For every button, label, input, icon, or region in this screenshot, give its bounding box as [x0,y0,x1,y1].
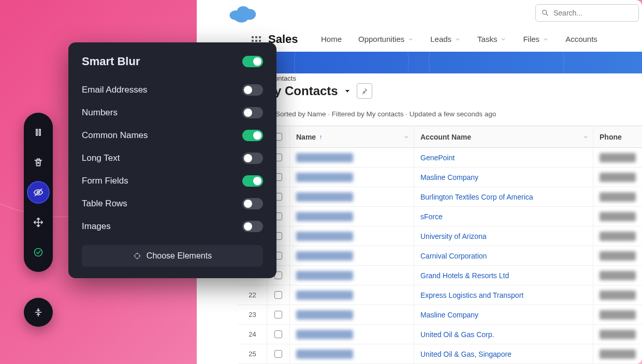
svg-rect-6 [36,129,38,135]
option-toggle[interactable] [242,130,263,141]
blurred-phone [600,251,636,261]
option-label: Table Rows [82,199,127,209]
row-checkbox[interactable] [274,350,282,358]
blur-option: Numbers [82,101,263,124]
blurred-phone [600,291,636,300]
choose-elements-label: Choose Elements [147,251,212,261]
row-number: 25 [238,344,267,363]
account-link[interactable]: GenePoint [420,148,455,167]
sort-ascending-icon: ↑ [319,133,322,141]
smart-blur-panel: Smart Blur Email AddressesNumbersCommon … [68,42,276,278]
tool-delete[interactable] [28,152,49,173]
account-link[interactable]: Masline Company [420,305,478,324]
option-toggle[interactable] [242,175,263,187]
option-toggle[interactable] [242,107,263,118]
blurred-name [296,251,353,261]
tool-pause[interactable] [28,122,49,143]
option-label: Images [82,221,111,232]
account-link[interactable]: Burlington Textiles Corp of America [420,187,533,206]
blurred-phone [600,232,636,241]
svg-point-3 [234,12,249,23]
tool-confirm[interactable] [28,242,49,263]
caret-down-icon[interactable] [343,87,352,95]
blurred-phone [600,192,636,202]
tool-blur[interactable] [28,182,49,203]
account-link[interactable]: United Oil & Gas, Singapore [420,344,512,363]
object-label: ontacts [274,74,372,82]
svg-line-5 [546,14,548,16]
blurred-phone [600,153,636,162]
table-row: 25United Oil & Gas, Singapore [238,344,642,364]
blurred-phone [600,330,636,339]
pin-icon [361,87,368,95]
row-checkbox[interactable] [274,311,282,318]
account-link[interactable]: Express Logistics and Transport [420,285,523,305]
blurred-name [296,212,353,221]
collapse-vertical-icon [33,307,43,317]
master-toggle[interactable] [242,56,263,67]
table-row: University of Arizona [238,226,642,246]
list-view-name[interactable]: y Contacts [274,84,338,98]
column-name[interactable]: Name ↑ [290,126,414,147]
option-toggle[interactable] [242,221,263,232]
account-link[interactable]: Grand Hotels & Resorts Ltd [420,266,509,285]
list-header: ontacts y Contacts [274,74,372,99]
option-label: Email Addresses [82,85,148,95]
blur-option: Email Addresses [82,79,263,101]
option-toggle[interactable] [242,153,263,164]
blur-option: Common Names [82,124,263,147]
capture-toolbar [24,113,53,272]
nav-accounts[interactable]: Accounts [565,35,597,43]
account-link[interactable]: sForce [420,207,443,226]
chevron-down-icon[interactable] [403,134,410,140]
blurred-phone [600,271,636,280]
choose-elements-button[interactable]: Choose Elements [82,245,263,267]
salesforce-cloud-icon [228,3,257,24]
list-meta: Sorted by Name · Filtered by My contacts… [275,110,496,118]
table-row: 22Express Logistics and Transport [238,285,642,305]
option-label: Common Names [82,130,148,141]
blur-option: Images [82,215,263,238]
header-band [232,52,642,73]
table-row: Grand Hotels & Resorts Ltd [238,266,642,285]
blurred-name [296,173,353,182]
table-row: 23Masline Company [238,305,642,325]
option-toggle[interactable] [242,198,263,209]
table-header: Name ↑ Account Name Phone [238,126,642,148]
table-row: Carnival Corporation [238,246,642,266]
table-row: GenePoint [238,148,642,168]
pin-button[interactable] [357,83,372,99]
tool-move[interactable] [28,212,49,233]
table-row: Burlington Textiles Corp of America [238,187,642,207]
column-phone[interactable]: Phone [593,126,642,147]
tool-collapse[interactable] [24,298,53,327]
account-link[interactable]: United Oil & Gas Corp. [420,325,494,344]
chevron-down-icon[interactable] [582,134,589,140]
column-account[interactable]: Account Name [414,126,593,147]
account-link[interactable]: University of Arizona [420,226,487,246]
blurred-phone [600,350,636,359]
global-search[interactable]: Search... [535,4,639,22]
blurred-name [296,232,353,241]
blurred-name [296,330,353,339]
account-link[interactable]: Masline Company [420,168,478,187]
row-checkbox[interactable] [274,330,282,338]
row-checkbox[interactable] [274,291,282,299]
blurred-phone [600,310,636,320]
panel-title: Smart Blur [82,55,140,68]
svg-point-10 [35,249,42,256]
blurred-phone [600,173,636,182]
svg-rect-7 [39,129,41,135]
account-link[interactable]: Carnival Corporation [420,246,487,265]
blur-option: Form Fields [82,170,263,192]
option-toggle[interactable] [242,84,263,96]
option-label: Form Fields [82,176,128,186]
option-label: Numbers [82,108,118,118]
blurred-name [296,192,353,202]
blur-option: Long Text [82,147,263,170]
crosshair-icon [133,252,141,260]
table-row: 24United Oil & Gas Corp. [238,325,642,344]
row-number: 24 [238,325,267,344]
blurred-name [296,271,353,280]
option-label: Long Text [82,153,120,163]
